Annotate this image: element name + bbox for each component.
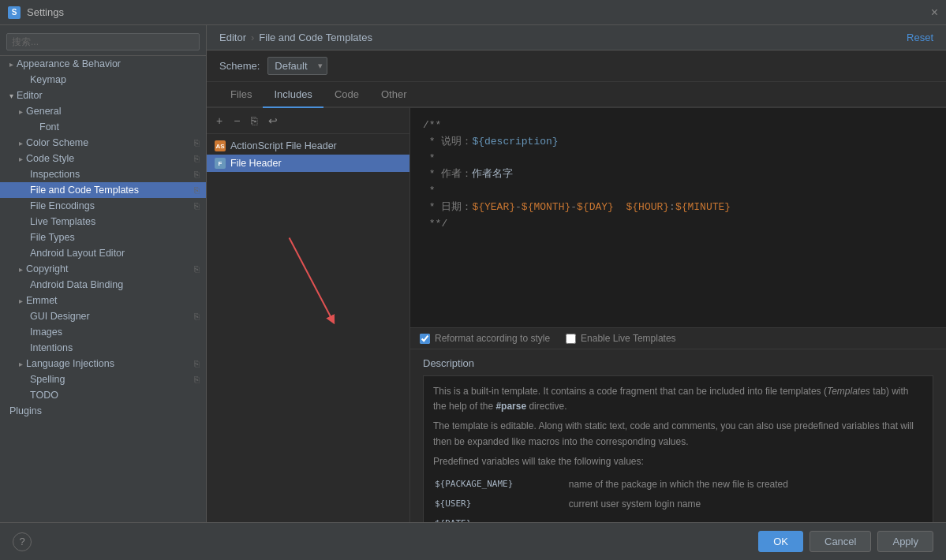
title-bar-left: S Settings — [8, 6, 64, 19]
add-button[interactable]: + — [213, 113, 226, 129]
code-line-4: * 作者：作者名字 — [423, 166, 933, 183]
sidebar-item-label-emmet: Emmet — [26, 295, 58, 306]
var-name-user: ${USER} — [435, 495, 567, 513]
copy-settings-icon: ⎘ — [194, 312, 200, 321]
file-item-file-header-label: File Header — [230, 158, 282, 169]
sidebar-item-file-encodings[interactable]: File Encodings⎘ — [0, 198, 206, 214]
reformat-checkbox-row[interactable]: Reformat according to style — [420, 333, 550, 344]
reset-template-button[interactable]: ↩ — [265, 113, 281, 129]
sidebar-item-file-and-code-templates[interactable]: File and Code Templates⎘ — [0, 182, 206, 198]
tab-includes[interactable]: Includes — [263, 82, 323, 108]
sidebar-item-label-intentions: Intentions — [30, 342, 73, 353]
sidebar-item-intentions[interactable]: Intentions — [0, 340, 206, 356]
var-row-package: ${PACKAGE_NAME} name of the package in w… — [435, 476, 922, 494]
sidebar-item-live-templates[interactable]: Live Templates — [0, 214, 206, 230]
sidebar-item-color-scheme[interactable]: ▸Color Scheme⎘ — [0, 135, 206, 151]
sidebar-item-label-inspections: Inspections — [30, 169, 80, 180]
var-desc-date — [569, 515, 922, 522]
sidebar-item-copyright[interactable]: ▸Copyright⎘ — [0, 261, 206, 277]
scheme-select[interactable]: Default Project — [267, 57, 327, 75]
reset-button[interactable]: Reset — [907, 32, 933, 43]
code-line-6: * 日期：${YEAR}-${MONTH}-${DAY} ${HOUR}:${M… — [423, 200, 933, 216]
copy-settings-icon: ⎘ — [194, 170, 200, 179]
sidebar-item-editor[interactable]: ▾Editor — [0, 88, 206, 103]
copy-settings-icon: ⎘ — [194, 138, 200, 147]
file-list-wrapper: AS ActionScript File Header F File Heade… — [207, 134, 409, 522]
file-item-file-header[interactable]: F File Header — [207, 155, 409, 172]
remove-button[interactable]: − — [230, 113, 243, 129]
sidebar-search-wrap — [0, 28, 206, 56]
app-icon: S — [8, 6, 21, 19]
ok-button[interactable]: OK — [758, 531, 803, 552]
sidebar-item-label-copyright: Copyright — [26, 263, 69, 274]
sidebar-item-label-appearance: Appearance & Behavior — [17, 58, 121, 69]
breadcrumb-separator: › — [251, 32, 254, 43]
sidebar-item-emmet[interactable]: ▸Emmet — [0, 293, 206, 308]
arrow-icon: ▸ — [19, 155, 23, 163]
code-editor[interactable]: /** * 说明：${description} * * 作者：作者名字 * * … — [410, 108, 946, 327]
live-templates-checkbox-row[interactable]: Enable Live Templates — [566, 333, 676, 344]
sidebar-item-plugins[interactable]: Plugins — [0, 403, 206, 419]
file-header-icon: F — [215, 158, 226, 169]
sidebar-item-language-injections[interactable]: ▸Language Injections⎘ — [0, 356, 206, 371]
sidebar-items-list: ▸Appearance & BehaviorKeymap▾Editor▸Gene… — [0, 56, 206, 419]
templates-italic: Templates — [827, 386, 870, 397]
code-line-3: * — [423, 151, 933, 167]
sidebar-item-label-color-scheme: Color Scheme — [26, 137, 88, 148]
description-box: This is a built-in template. It contains… — [423, 375, 933, 522]
content-area: Editor › File and Code Templates Reset S… — [207, 25, 946, 522]
copy-settings-icon: ⎘ — [194, 375, 200, 384]
help-button[interactable]: ? — [13, 532, 32, 551]
var-desc-package: name of the package in which the new fil… — [569, 476, 922, 494]
sidebar-item-todo[interactable]: TODO — [0, 387, 206, 403]
sidebar-item-android-layout-editor[interactable]: Android Layout Editor — [0, 245, 206, 261]
var-name-date: ${DATE} — [435, 515, 567, 522]
scheme-row: Scheme: Default Project — [207, 50, 946, 82]
cancel-button[interactable]: Cancel — [810, 531, 871, 552]
description-title: Description — [423, 357, 933, 369]
code-line-1: /** — [423, 118, 933, 134]
arrow-icon: ▸ — [19, 107, 23, 116]
tabs-row: Files Includes Code Other — [207, 82, 946, 108]
bottom-bar: ? OK Cancel Apply — [0, 522, 946, 560]
sidebar-item-appearance[interactable]: ▸Appearance & Behavior — [0, 56, 206, 72]
close-button[interactable]: × — [931, 6, 938, 19]
sidebar-item-keymap[interactable]: Keymap — [0, 72, 206, 88]
copy-button[interactable]: ⎘ — [248, 113, 260, 129]
sidebar-item-file-types[interactable]: File Types — [0, 230, 206, 245]
search-input[interactable] — [6, 33, 200, 50]
sidebar-item-font[interactable]: Font — [0, 119, 206, 135]
sidebar-item-spelling[interactable]: Spelling⎘ — [0, 371, 206, 387]
sidebar-item-code-style[interactable]: ▸Code Style⎘ — [0, 151, 206, 166]
code-line-5: * — [423, 183, 933, 200]
red-arrow — [207, 134, 409, 522]
sidebar-item-gui-designer[interactable]: GUI Designer⎘ — [0, 308, 206, 324]
sidebar-item-inspections[interactable]: Inspections⎘ — [0, 166, 206, 182]
file-list-toolbar: + − ⎘ ↩ — [207, 108, 409, 134]
tab-code[interactable]: Code — [323, 82, 370, 108]
sidebar-item-label-gui-designer: GUI Designer — [30, 311, 90, 322]
sidebar-item-label-file-encodings: File Encodings — [30, 200, 95, 211]
description-text-3: Predefined variables will take the follo… — [433, 454, 923, 469]
sidebar-item-label-live-templates: Live Templates — [30, 216, 95, 227]
sidebar-item-label-images: Images — [30, 327, 62, 338]
description-text-2: The template is editable. Along with sta… — [433, 419, 923, 449]
var-row-date: ${DATE} — [435, 515, 922, 522]
reformat-checkbox[interactable] — [420, 334, 430, 344]
code-footer: Reformat according to style Enable Live … — [410, 327, 946, 349]
arrow-icon: ▸ — [19, 297, 23, 305]
tab-files[interactable]: Files — [219, 82, 263, 108]
file-item-actionscript[interactable]: AS ActionScript File Header — [207, 137, 409, 155]
live-templates-checkbox[interactable] — [566, 334, 576, 344]
sidebar-item-general[interactable]: ▸General — [0, 103, 206, 119]
reformat-label: Reformat according to style — [435, 333, 550, 344]
apply-button[interactable]: Apply — [877, 531, 933, 552]
tab-other[interactable]: Other — [370, 82, 418, 108]
file-list-panel: + − ⎘ ↩ AS ActionScript File Header F Fi… — [207, 108, 410, 522]
sidebar-item-images[interactable]: Images — [0, 324, 206, 340]
sidebar: ▸Appearance & BehaviorKeymap▾Editor▸Gene… — [0, 25, 207, 522]
sidebar-item-android-data-binding[interactable]: Android Data Binding — [0, 277, 206, 293]
sidebar-item-label-spelling: Spelling — [30, 374, 65, 385]
description-text-1: This is a built-in template. It contains… — [433, 384, 923, 414]
arrow-icon: ▸ — [19, 139, 23, 147]
